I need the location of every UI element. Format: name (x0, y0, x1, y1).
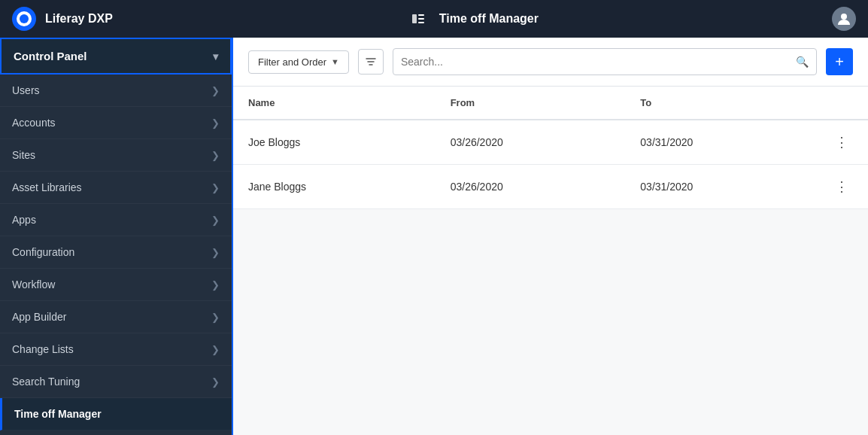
chevron-right-icon: ❯ (211, 182, 220, 193)
sidebar-item-label: Time off Manager (14, 408, 102, 420)
table-row: Jane Bloggs 03/26/2020 03/31/2020 ⋮ (233, 165, 868, 209)
filter-order-button[interactable]: Filter and Order ▼ (248, 50, 349, 74)
sidebar-item-apps[interactable]: Apps ❯ (0, 204, 232, 236)
sidebar-item-label: Configuration (12, 246, 74, 258)
chevron-right-icon: ❯ (211, 214, 220, 226)
search-input[interactable] (401, 56, 796, 68)
cell-actions: ⋮ (815, 120, 868, 165)
chevron-right-icon: ❯ (211, 312, 220, 323)
cell-to: 03/31/2020 (625, 120, 815, 165)
page-title-bar: Time off Manager (406, 7, 539, 31)
top-bar-left: Liferay DXP (12, 7, 113, 31)
chevron-right-icon: ❯ (211, 247, 220, 258)
cell-name: Jane Bloggs (233, 165, 436, 209)
sidebar-item-time-off-manager[interactable]: Time off Manager (0, 398, 232, 430)
logo-inner (17, 11, 32, 26)
user-avatar[interactable] (832, 7, 856, 31)
search-icon: 🔍 (796, 56, 809, 68)
sidebar-item-search-tuning[interactable]: Search Tuning ❯ (0, 366, 232, 398)
filter-order-label: Filter and Order (258, 56, 326, 68)
sidebar-item-sites[interactable]: Sites ❯ (0, 139, 232, 172)
app-name: Liferay DXP (45, 12, 113, 26)
top-bar-right (832, 7, 856, 31)
sidebar-item-configuration[interactable]: Configuration ❯ (0, 236, 232, 269)
sidebar-item-label: Search Tuning (12, 376, 80, 388)
top-bar: Liferay DXP Time off Manager (0, 0, 868, 38)
svg-rect-2 (418, 18, 424, 20)
sidebar-item-change-lists[interactable]: Change Lists ❯ (0, 333, 232, 366)
sidebar-item-label: Users (12, 84, 40, 96)
row-actions-button[interactable]: ⋮ (830, 132, 853, 152)
main-layout: Control Panel ▾ Users ❯ Accounts ❯ Sites… (0, 38, 868, 435)
content-area: Filter and Order ▼ 🔍 + Name (233, 38, 868, 435)
cell-name: Joe Bloggs (233, 120, 436, 165)
table-header-row: Name From To (233, 87, 868, 120)
svg-point-4 (841, 14, 847, 20)
panel-toggle-icon (411, 11, 426, 26)
cell-actions: ⋮ (815, 165, 868, 209)
add-button[interactable]: + (826, 48, 853, 75)
sidebar-item-users[interactable]: Users ❯ (0, 75, 232, 107)
table-container: Name From To Joe Bloggs 03/26/2020 03/31… (233, 87, 868, 435)
row-actions-button[interactable]: ⋮ (830, 177, 853, 196)
sidebar-item-label: Workflow (12, 278, 55, 291)
sidebar-item-workflow[interactable]: Workflow ❯ (0, 269, 232, 301)
cell-from: 03/26/2020 (436, 165, 626, 209)
sidebar-item-accounts[interactable]: Accounts ❯ (0, 107, 232, 139)
sidebar: Control Panel ▾ Users ❯ Accounts ❯ Sites… (0, 38, 233, 435)
column-to: To (625, 87, 815, 120)
chevron-down-icon: ▾ (213, 50, 218, 62)
column-from: From (436, 87, 626, 120)
search-wrapper: 🔍 (393, 48, 817, 75)
column-actions (815, 87, 868, 120)
chevron-right-icon: ❯ (211, 279, 220, 291)
cell-to: 03/31/2020 (625, 165, 815, 209)
cell-from: 03/26/2020 (436, 120, 626, 165)
chevron-right-icon: ❯ (211, 85, 220, 96)
panel-toggle-button[interactable] (406, 7, 430, 31)
sidebar-item-app-builder[interactable]: App Builder ❯ (0, 301, 232, 333)
sidebar-item-label: Accounts (12, 117, 56, 129)
chevron-right-icon: ❯ (211, 344, 220, 355)
chevron-right-icon: ❯ (211, 150, 220, 161)
user-icon (836, 11, 851, 26)
app-logo[interactable] (12, 7, 36, 31)
column-name: Name (233, 87, 436, 120)
sidebar-item-label: Sites (12, 149, 35, 161)
sort-icon (365, 56, 377, 68)
sidebar-item-asset-libraries[interactable]: Asset Libraries ❯ (0, 172, 232, 204)
sidebar-item-label: Apps (12, 214, 36, 226)
logo-circle (20, 14, 29, 23)
svg-rect-1 (418, 14, 424, 16)
svg-rect-3 (418, 22, 424, 23)
chevron-right-icon: ❯ (211, 117, 220, 129)
svg-rect-0 (412, 14, 417, 23)
filter-dropdown-icon: ▼ (331, 57, 339, 66)
sidebar-item-label: Change Lists (12, 343, 74, 355)
records-table: Name From To Joe Bloggs 03/26/2020 03/31… (233, 87, 868, 209)
content-toolbar: Filter and Order ▼ 🔍 + (233, 38, 868, 87)
page-title: Time off Manager (439, 12, 539, 26)
sidebar-item-label: App Builder (12, 311, 66, 323)
sort-button[interactable] (358, 49, 384, 75)
control-panel-header[interactable]: Control Panel ▾ (0, 38, 232, 75)
control-panel-label: Control Panel (14, 50, 87, 62)
table-row: Joe Bloggs 03/26/2020 03/31/2020 ⋮ (233, 120, 868, 165)
sidebar-item-label: Asset Libraries (12, 181, 82, 193)
chevron-right-icon: ❯ (211, 376, 220, 388)
add-icon: + (835, 53, 844, 71)
